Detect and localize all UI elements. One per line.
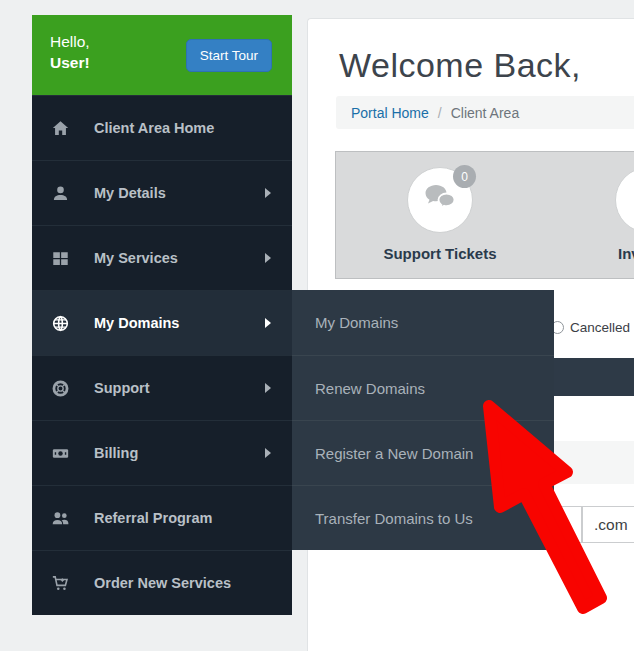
page-title: Welcome Back,: [339, 46, 581, 85]
globe-icon: [52, 315, 69, 332]
chevron-right-icon: [265, 253, 271, 263]
chat-bubbles-icon: [420, 178, 460, 222]
breadcrumb-current: Client Area: [451, 105, 519, 121]
chevron-right-icon: [265, 318, 271, 328]
grid-icon: [52, 250, 69, 267]
status-filter-cancelled: Cancelled: [551, 318, 630, 336]
support-tickets-label: Support Tickets: [383, 245, 496, 262]
breadcrumb: Portal Home / Client Area: [336, 96, 634, 129]
flyout-item-my-domains[interactable]: My Domains: [292, 290, 554, 355]
support-tickets-circle: 0: [407, 167, 473, 233]
sidebar-item-label: Referral Program: [94, 510, 212, 526]
invoices-circle: [615, 167, 634, 233]
sidebar-item-client-area-home[interactable]: Client Area Home: [32, 95, 292, 160]
user-icon: [52, 185, 69, 202]
sidebar-item-order-new-services[interactable]: Order New Services: [32, 550, 292, 615]
cancelled-radio-label: Cancelled: [570, 320, 630, 335]
ticket-count-badge: 0: [453, 165, 476, 188]
sidebar-item-support[interactable]: Support: [32, 355, 292, 420]
chevron-right-icon: [265, 448, 271, 458]
stats-panel: 0 Support Tickets Invoices: [335, 151, 634, 279]
breadcrumb-portal-home-link[interactable]: Portal Home: [351, 105, 429, 121]
invoices-label: Invoices: [618, 245, 634, 262]
sidebar-item-label: My Services: [94, 250, 178, 266]
tld-select[interactable]: .com: [582, 506, 634, 543]
support-tickets-tile[interactable]: 0 Support Tickets: [336, 152, 544, 278]
chevron-right-icon: [265, 383, 271, 393]
sidebar-item-my-services[interactable]: My Services: [32, 225, 292, 290]
my-domains-flyout-menu: My Domains Renew Domains Register a New …: [292, 290, 554, 550]
sidebar-item-label: My Details: [94, 185, 166, 201]
flyout-item-renew-domains[interactable]: Renew Domains: [292, 355, 554, 420]
invoices-tile[interactable]: Invoices: [544, 152, 634, 278]
home-icon: [52, 120, 69, 137]
sidebar-item-billing[interactable]: Billing: [32, 420, 292, 485]
flyout-item-transfer-domains[interactable]: Transfer Domains to Us: [292, 485, 554, 550]
start-tour-button[interactable]: Start Tour: [186, 39, 272, 72]
sidebar: Hello, User! Start Tour Client Area Home…: [32, 15, 292, 615]
sidebar-item-referral-program[interactable]: Referral Program: [32, 485, 292, 550]
breadcrumb-separator: /: [438, 105, 442, 121]
banknote-icon: [52, 445, 69, 462]
sidebar-item-my-domains[interactable]: My Domains: [32, 290, 292, 355]
invoice-icon: [628, 178, 634, 222]
sidebar-item-label: Order New Services: [94, 575, 231, 591]
life-ring-icon: [52, 380, 69, 397]
sidebar-item-label: Billing: [94, 445, 138, 461]
users-icon: [52, 510, 69, 527]
sidebar-item-label: Client Area Home: [94, 120, 214, 136]
cart-icon: [52, 575, 69, 592]
sidebar-greeting-header: Hello, User! Start Tour: [32, 15, 292, 95]
sidebar-item-label: Support: [94, 380, 150, 396]
chevron-right-icon: [265, 188, 271, 198]
flyout-item-register-new-domain[interactable]: Register a New Domain: [292, 420, 554, 485]
sidebar-item-label: My Domains: [94, 315, 179, 331]
sidebar-item-my-details[interactable]: My Details: [32, 160, 292, 225]
